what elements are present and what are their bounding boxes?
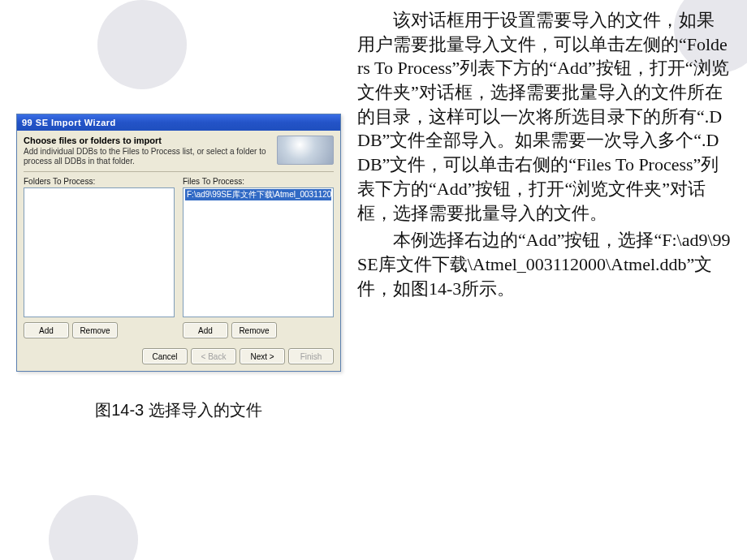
dialog-title: 99 SE Import Wizard [22, 118, 116, 127]
folders-add-button[interactable]: Add [24, 322, 69, 338]
folders-listbox[interactable] [24, 187, 175, 317]
body-paragraph-1: 该对话框用于设置需要导入的文件，如果用户需要批量导入文件，可以单击左侧的“Fol… [357, 8, 731, 225]
import-wizard-dialog: 99 SE Import Wizard Choose files or fold… [16, 114, 341, 372]
dialog-body: Choose files or folders to import Add in… [17, 131, 340, 371]
folders-label: Folders To Process: [24, 177, 175, 186]
files-remove-button[interactable]: Remove [231, 322, 277, 338]
dialog-heading: Choose files or folders to import [24, 136, 270, 145]
next-button[interactable]: Next > [240, 348, 285, 364]
body-paragraph-2: 本例选择右边的“Add”按钮，选择“F:\ad9\99SE库文件下载\Atmel… [357, 228, 731, 300]
dialog-header-row: Choose files or folders to import Add in… [24, 136, 334, 166]
files-add-button[interactable]: Add [183, 322, 228, 338]
finish-button[interactable]: Finish [288, 348, 334, 364]
dialog-subheading: Add individual DDBs to the Files to Proc… [24, 147, 270, 166]
dialog-header-text: Choose files or folders to import Add in… [24, 136, 270, 166]
files-column: Files To Process: F:\ad9\99SE库文件下载\Atmel… [183, 177, 334, 338]
folders-button-row: Add Remove [24, 322, 175, 338]
back-button[interactable]: < Back [191, 348, 236, 364]
files-list-item[interactable]: F:\ad9\99SE库文件下载\Atmel_003112000\Atmel.d… [185, 189, 331, 200]
folders-remove-button[interactable]: Remove [72, 322, 118, 338]
figure-caption: 图14-3 选择导入的文件 [16, 399, 341, 421]
dialog-header-image [277, 136, 334, 165]
files-listbox[interactable]: F:\ad9\99SE库文件下载\Atmel_003112000\Atmel.d… [183, 187, 334, 317]
lists-row: Folders To Process: Add Remove Files To … [24, 177, 334, 338]
decor-circle [97, 0, 187, 89]
divider [24, 171, 334, 172]
files-button-row: Add Remove [183, 322, 334, 338]
dialog-titlebar: 99 SE Import Wizard [17, 114, 340, 131]
body-text-column: 该对话框用于设置需要导入的文件，如果用户需要批量导入文件，可以单击左侧的“Fol… [357, 8, 731, 304]
cancel-button[interactable]: Cancel [142, 348, 188, 364]
folders-column: Folders To Process: Add Remove [24, 177, 175, 338]
decor-circle [49, 495, 138, 560]
files-label: Files To Process: [183, 177, 334, 186]
wizard-button-row: Cancel < Back Next > Finish [24, 347, 334, 364]
figure-column: 99 SE Import Wizard Choose files or fold… [16, 114, 341, 421]
